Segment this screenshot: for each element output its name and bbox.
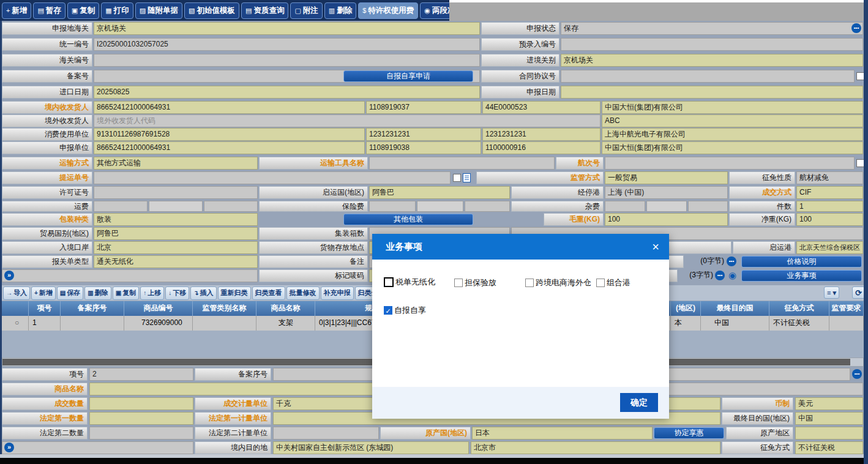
checkbox-unchecked[interactable] bbox=[596, 279, 605, 287]
consumer-name-field[interactable]: 上海中航光电子有限公司 bbox=[602, 128, 863, 141]
copy-button[interactable]: ▣复制 bbox=[67, 2, 99, 19]
bill-checkbox[interactable] bbox=[453, 174, 461, 182]
gross-weight-field[interactable]: 100 bbox=[605, 213, 728, 226]
consumer-code-field[interactable]: 913101126987691528 bbox=[94, 128, 365, 141]
confirm-button[interactable]: 确定 bbox=[620, 393, 658, 412]
packing-type-field[interactable]: 散装 bbox=[94, 213, 258, 226]
chevrons-right-icon[interactable]: » bbox=[4, 443, 14, 452]
deal-qty-field[interactable] bbox=[89, 397, 193, 410]
consumer-cus-code-field[interactable]: 1231231231 bbox=[366, 128, 481, 141]
declarant-cus-code-field[interactable]: 1108919038 bbox=[366, 141, 481, 154]
misc-rate-field[interactable] bbox=[646, 201, 687, 212]
grid-header[interactable]: 最终目的国 bbox=[701, 301, 769, 316]
transport-mode-field[interactable]: 其他方式运输 bbox=[94, 157, 258, 170]
deal-type-field[interactable]: CIF bbox=[796, 186, 863, 199]
currency-field[interactable]: 美元 bbox=[795, 397, 863, 410]
decl-port-field[interactable]: 京机场关 bbox=[94, 22, 480, 35]
final-dest-field[interactable]: 中国 bbox=[795, 412, 863, 425]
import-date-field[interactable]: 20250825 bbox=[94, 86, 480, 99]
print-button[interactable]: ▦打印 bbox=[101, 2, 133, 19]
insert-button[interactable]: ↴插入 bbox=[190, 286, 216, 300]
attached-docs-button[interactable]: ▨随附单据 bbox=[135, 2, 182, 19]
column-menu-button[interactable]: ≡ ▾ bbox=[824, 286, 839, 299]
option-crossborder-warehouse[interactable]: 跨境电商海外仓 bbox=[525, 277, 591, 288]
consignee-code-field[interactable]: 866524121000064931 bbox=[94, 101, 365, 114]
declarant-ciq-code-field[interactable]: 1100000916 bbox=[482, 141, 600, 154]
entry-customs-field[interactable]: 京机场关 bbox=[561, 54, 863, 67]
declarant-code-field[interactable]: 866524121000064931 bbox=[94, 141, 365, 154]
chevrons-right-icon[interactable]: » bbox=[4, 271, 14, 280]
more-ellipsis-icon[interactable]: ••• bbox=[727, 256, 736, 266]
price-explain-button[interactable]: 价格说明 bbox=[741, 256, 862, 268]
grid-header[interactable]: 备案序号 bbox=[61, 301, 124, 316]
checkbox-unchecked-focused[interactable] bbox=[384, 277, 394, 287]
business-matters-button[interactable]: 业务事项 bbox=[741, 270, 862, 282]
checkbox-checked[interactable]: ✓ bbox=[384, 306, 392, 315]
grid-header[interactable]: (地区) bbox=[671, 301, 701, 316]
checkbox-unchecked[interactable] bbox=[454, 279, 463, 287]
pieces-field[interactable]: 1 bbox=[796, 201, 863, 212]
more-ellipsis-icon[interactable]: ••• bbox=[851, 23, 861, 33]
grid-header[interactable]: 商品编号 bbox=[124, 301, 193, 316]
grid-save-button[interactable]: ▤保存 bbox=[57, 286, 83, 300]
legal-unit2-field[interactable] bbox=[273, 427, 379, 440]
grid-delete-button[interactable]: ▥删除 bbox=[84, 286, 111, 300]
bill-no-field[interactable] bbox=[94, 171, 451, 184]
origin-country-field[interactable]: 日本 bbox=[472, 427, 653, 440]
grid-header[interactable]: 征免方式 bbox=[769, 301, 829, 316]
option-guarantee-release[interactable]: 担保验放 bbox=[454, 277, 496, 288]
exempt-mode-field[interactable]: 不计征关税 bbox=[795, 441, 863, 454]
agreement-benefit-button[interactable]: 协定享惠 bbox=[654, 427, 724, 439]
consignee-cus-code-field[interactable]: 1108919037 bbox=[366, 101, 481, 114]
option-combined-port[interactable]: 组合港 bbox=[596, 277, 630, 288]
declarant-name-field[interactable]: 中国大恒(集团)有限公司 bbox=[602, 141, 863, 154]
move-down-button[interactable]: ↓下移 bbox=[165, 286, 189, 300]
grid-add-button[interactable]: +新增 bbox=[31, 286, 56, 300]
dest-city-field[interactable]: 北京市 bbox=[471, 441, 720, 454]
dest-place-field[interactable]: 中关村国家自主创新示范区 (东城园) bbox=[273, 441, 469, 454]
license-no-field[interactable] bbox=[94, 186, 258, 199]
reclassify-button[interactable]: 重新归类 bbox=[218, 286, 251, 300]
close-icon[interactable]: × bbox=[652, 234, 659, 260]
grid-header[interactable]: 监管类别名称 bbox=[193, 301, 256, 316]
legal-qty2-field[interactable] bbox=[89, 427, 193, 440]
option-tax-paperless[interactable]: 税单无纸化 bbox=[384, 277, 435, 288]
grid-header[interactable]: 监管要求 bbox=[829, 301, 864, 316]
checkbox-unchecked[interactable] bbox=[525, 279, 534, 287]
trade-country-field[interactable]: 阿鲁巴 bbox=[94, 227, 258, 240]
insurance-mark-field[interactable] bbox=[369, 201, 416, 212]
initial-template-button[interactable]: ▧初始值模板 bbox=[184, 2, 239, 19]
add-button[interactable]: +新增 bbox=[2, 2, 31, 19]
consumer-ciq-code-field[interactable]: 1231231231 bbox=[482, 128, 600, 141]
misc-currency-field[interactable] bbox=[688, 201, 728, 212]
doc-type-field[interactable]: 通关无纸化 bbox=[94, 255, 258, 268]
overseas-name-field[interactable]: ABC bbox=[602, 114, 863, 127]
misc-mark-field[interactable] bbox=[605, 201, 645, 212]
consignee-ciq-code-field[interactable]: 44E0000523 bbox=[482, 101, 600, 114]
origin-area-field[interactable] bbox=[795, 427, 863, 440]
entry-point-field[interactable]: 北京 bbox=[94, 241, 258, 254]
option-self-declare[interactable]: ✓ 自报自享 bbox=[384, 305, 426, 316]
more-ellipsis-icon[interactable]: ••• bbox=[852, 369, 862, 379]
consignee-name-field[interactable]: 中国大恒(集团)有限公司 bbox=[602, 101, 863, 114]
qualification-query-button[interactable]: ▤资质查询 bbox=[241, 2, 288, 19]
freight-currency-field[interactable] bbox=[204, 201, 258, 212]
net-weight-field[interactable]: 100 bbox=[796, 213, 863, 226]
grid-copy-button[interactable]: ▣复制 bbox=[113, 286, 139, 300]
document-icon[interactable] bbox=[463, 173, 471, 182]
circle-target-icon[interactable]: ◉ bbox=[728, 271, 737, 280]
decl-date-field[interactable] bbox=[561, 86, 863, 99]
self-declare-apply-button[interactable]: 自报自享申请 bbox=[343, 70, 473, 82]
royalty-fee-button[interactable]: $特许权使用费 bbox=[358, 2, 418, 19]
grid-header[interactable]: 商品名称 bbox=[256, 301, 315, 316]
supervision-mode-field[interactable]: 一般贸易 bbox=[605, 171, 728, 184]
more-ellipsis-icon[interactable]: ••• bbox=[715, 271, 725, 280]
departure-port-field[interactable]: 北京天竺综合保税区 bbox=[796, 241, 863, 254]
import-button[interactable]: →导入 bbox=[3, 286, 30, 300]
note-button[interactable]: ▢附注 bbox=[290, 2, 322, 19]
delete-button[interactable]: ▥删除 bbox=[324, 2, 356, 19]
freight-mark-field[interactable] bbox=[94, 201, 148, 212]
freight-rate-field[interactable] bbox=[149, 201, 203, 212]
insurance-currency-field[interactable] bbox=[465, 201, 510, 212]
classify-view-button[interactable]: 归类查看 bbox=[252, 286, 285, 300]
